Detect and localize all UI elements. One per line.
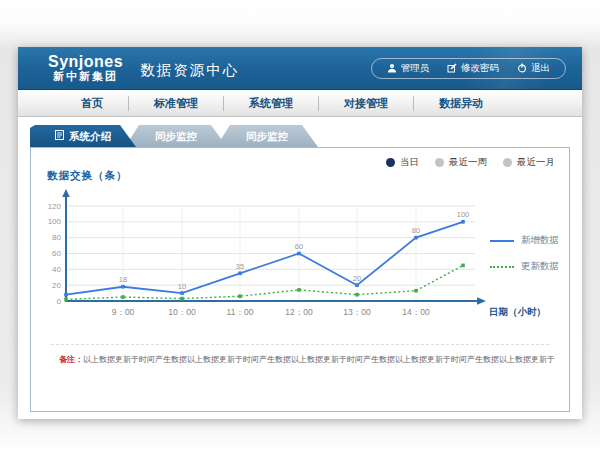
tab-sync-monitor-1[interactable]: 同步监控 [125,125,227,147]
radio-dot[interactable] [386,158,395,167]
tab-label: 系统介绍 [69,125,111,147]
content-area: 系统介绍 同步监控 同步监控 当日 最近一周 [18,117,582,412]
note-divider [51,344,549,345]
radio-dot[interactable] [435,158,444,167]
legend-label: 更新数据 [521,260,559,273]
tab-label: 同步监控 [246,125,288,147]
radio-last-month[interactable]: 最近一月 [503,156,555,169]
radio-label: 最近一周 [449,156,487,169]
footnote-label: 备注： [59,355,83,364]
svg-text:100: 100 [48,217,62,226]
user-toolbar: 管理员 修改密码 退出 [371,58,567,79]
logout-button[interactable]: 退出 [508,62,559,75]
brand-company: 新中新集团 [48,71,123,83]
footnote-text: 以上数据更新于时间产生数据以上数据更新于时间产生数据以上数据更新于时间产生数据以… [83,355,555,364]
svg-text:60: 60 [52,249,61,258]
radio-label: 最近一月 [517,156,555,169]
document-icon [55,125,64,147]
tab-sync-monitor-2[interactable]: 同步监控 [216,125,318,147]
chart-panel: 当日 最近一周 最近一月 数据交换（条） 0204060801001209：00… [30,147,570,412]
svg-text:120: 120 [48,202,62,211]
main-nav: 首页 标准管理 系统管理 对接管理 数据异动 [18,90,582,117]
svg-text:10：00: 10：00 [168,307,196,317]
radio-dot[interactable] [503,158,512,167]
svg-text:13：00: 13：00 [343,307,371,317]
svg-text:18: 18 [119,275,127,284]
current-user-label: 管理员 [401,62,430,75]
radio-today[interactable]: 当日 [386,156,419,169]
svg-text:20: 20 [52,281,61,290]
footnote: 备注：以上数据更新于时间产生数据以上数据更新于时间产生数据以上数据更新于时间产生… [59,354,559,365]
app-header: Synjones 新中新集团 数据资源中心 管理员 修改密码 退出 [18,47,582,90]
legend-updated-data[interactable]: 更新数据 [490,260,559,273]
tab-system-intro[interactable]: 系统介绍 [30,125,136,147]
nav-item-system-mgmt[interactable]: 系统管理 [224,90,318,116]
svg-text:35: 35 [236,262,244,271]
svg-text:100: 100 [457,210,470,219]
user-icon [387,63,397,73]
nav-item-data-change[interactable]: 数据异动 [414,90,508,116]
svg-text:11：00: 11：00 [227,307,254,317]
brand-name: Synjones [48,54,123,71]
logout-label: 退出 [531,62,550,75]
svg-text:60: 60 [295,242,303,251]
change-password-label: 修改密码 [461,62,499,75]
radio-last-week[interactable]: 最近一周 [435,156,487,169]
svg-text:80: 80 [412,226,420,235]
svg-text:日期（小时）: 日期（小时） [489,306,546,318]
svg-text:10: 10 [178,282,186,291]
svg-text:12：00: 12：00 [285,307,313,317]
app-window: Synjones 新中新集团 数据资源中心 管理员 修改密码 退出 首页 标准管… [18,47,582,419]
svg-text:9：00: 9：00 [112,307,135,317]
nav-item-standard-mgmt[interactable]: 标准管理 [129,90,223,116]
change-password-button[interactable]: 修改密码 [438,62,508,75]
edit-icon [447,63,457,73]
radio-label: 当日 [400,156,419,169]
line-chart: 0204060801001209：0010：0011：0012：0013：001… [39,184,563,324]
power-icon [517,63,527,73]
svg-text:14：00: 14：00 [402,307,430,317]
svg-text:40: 40 [52,265,61,274]
svg-text:80: 80 [52,233,61,242]
chart-legend: 新增数据 更新数据 [490,234,559,286]
tab-bar: 系统介绍 同步监控 同步监控 [18,117,582,147]
time-range-filter: 当日 最近一周 最近一月 [386,156,555,169]
nav-item-home[interactable]: 首页 [56,90,128,116]
legend-label: 新增数据 [521,234,559,247]
y-axis-title: 数据交换（条） [47,169,128,183]
brand-logo: Synjones 新中新集团 [48,54,123,82]
dotted-line-swatch [490,266,514,268]
page-title: 数据资源中心 [140,57,239,80]
tab-label: 同步监控 [155,125,197,147]
current-user-button[interactable]: 管理员 [378,62,439,75]
legend-new-data[interactable]: 新增数据 [490,234,559,247]
solid-line-swatch [490,240,514,242]
svg-text:0: 0 [57,297,62,306]
svg-text:20: 20 [353,274,361,283]
nav-item-interface-mgmt[interactable]: 对接管理 [319,90,413,116]
